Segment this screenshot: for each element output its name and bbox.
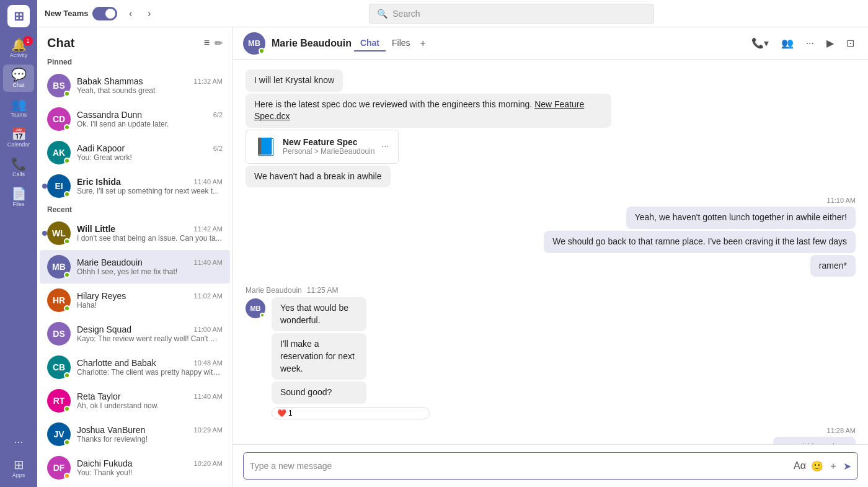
chat-name-will: Will Little bbox=[77, 224, 115, 234]
chat-item-charlotte[interactable]: CB Charlotte and Babak 10:48 AM Charlott… bbox=[40, 351, 230, 384]
status-cassandra bbox=[64, 124, 70, 130]
avatar-daichi: DF bbox=[47, 456, 71, 480]
activity-badge: 1 bbox=[23, 36, 33, 46]
chat-item-reta[interactable]: RT Reta Taylor 11:40 AM Ah, ok I underst… bbox=[40, 384, 230, 418]
avatar-joshua: JV bbox=[47, 422, 71, 446]
filter-icon[interactable]: ≡ bbox=[204, 37, 210, 49]
rail-item-calendar[interactable]: 📅 Calendar bbox=[3, 124, 34, 151]
more-options-button[interactable]: ··· bbox=[802, 34, 818, 53]
msg-bubble-lunch: Yeah, we haven't gotten lunch together i… bbox=[626, 207, 856, 229]
nav-forward[interactable]: › bbox=[141, 5, 158, 22]
rail-label-activity: Activity bbox=[10, 52, 28, 58]
chat-info-marie: Marie Beaudouin 11:40 AM Ohhh I see, yes… bbox=[77, 257, 223, 276]
present-button[interactable]: ▶ bbox=[823, 34, 838, 53]
chat-info-eric: Eric Ishida 11:40 AM Sure, I'll set up s… bbox=[77, 177, 223, 195]
teams-icon: 👥 bbox=[11, 98, 27, 110]
chat-name-aadi: Aadi Kapoor bbox=[77, 143, 125, 153]
msg-bubble-spec-text: Here is the latest spec doc we reviewed … bbox=[246, 94, 611, 128]
msg-bubble-love: I would love that! bbox=[773, 437, 856, 444]
calendar-icon: 📅 bbox=[11, 128, 27, 140]
msg-with-avatar: MB Yes that would be wonderful. I'll mak… bbox=[246, 297, 430, 419]
chat-time-marie: 11:40 AM bbox=[194, 259, 223, 266]
pinned-label: Pinned bbox=[37, 55, 232, 69]
chat-item-marie[interactable]: MB Marie Beaudouin 11:40 AM Ohhh I see, … bbox=[40, 250, 230, 284]
rail-item-files[interactable]: 📄 Files bbox=[3, 184, 34, 211]
avatar-reta: RT bbox=[47, 389, 71, 413]
rail-item-activity[interactable]: 1 🔔 Activity bbox=[3, 35, 34, 62]
rail-item-teams[interactable]: 👥 Teams bbox=[3, 94, 34, 122]
attach-icon[interactable]: ＋ bbox=[828, 460, 838, 473]
popout-button[interactable]: ⊡ bbox=[843, 34, 858, 53]
rail-item-apps[interactable]: ⊞ Apps bbox=[3, 455, 34, 482]
chat-item-daichi[interactable]: DF Daichi Fukuda 10:20 AM You: Thank you… bbox=[40, 451, 230, 485]
msg-group-outgoing-2: 11:28 AM I would love that! 🍜 bbox=[246, 427, 856, 444]
status-aadi bbox=[64, 158, 70, 164]
rail-more[interactable]: ··· bbox=[9, 431, 28, 453]
rail-label-calendar: Calendar bbox=[7, 141, 30, 148]
file-more-icon[interactable]: ··· bbox=[381, 141, 389, 152]
call-button[interactable]: 📞▾ bbox=[748, 34, 773, 53]
search-placeholder: Search bbox=[392, 9, 420, 19]
msg-bubble-ramen-correction: ramen* bbox=[810, 255, 856, 277]
message-input-box[interactable]: Type a new message Aα 🙂 ＋ ➤ bbox=[243, 452, 858, 480]
file-info: New Feature Spec Personal > MarieBeaudou… bbox=[283, 137, 374, 156]
chat-preview-marie: Ohhh I see, yes let me fix that! bbox=[77, 267, 223, 276]
chat-info-joshua: Joshua VanBuren 10:29 AM Thanks for revi… bbox=[77, 425, 223, 444]
chat-item-kadji[interactable]: KB Kadji Bell 10:02 AM You: I like the i… bbox=[40, 485, 230, 487]
chat-preview-joshua: Thanks for reviewing! bbox=[77, 435, 223, 444]
sidebar-title: Chat bbox=[47, 36, 74, 50]
chat-header-actions: 📞▾ 👥 ··· ▶ ⊡ bbox=[748, 34, 858, 53]
tab-add[interactable]: + bbox=[417, 35, 430, 51]
input-area: Type a new message Aα 🙂 ＋ ➤ bbox=[233, 444, 868, 487]
emoji-icon[interactable]: 🙂 bbox=[811, 460, 823, 472]
sidebar-header-icons: ≡ ✏ bbox=[204, 37, 223, 49]
chat-item-eric[interactable]: EI Eric Ishida 11:40 AM Sure, I'll set u… bbox=[40, 169, 230, 203]
status-hilary bbox=[64, 305, 70, 311]
chat-area-header: MB Marie Beaudouin Chat Files + 📞▾ 👥 ···… bbox=[233, 27, 868, 60]
compose-icon[interactable]: ✏ bbox=[215, 37, 223, 49]
avatar-aadi: AK bbox=[47, 141, 71, 164]
header-status-dot bbox=[259, 48, 265, 54]
chat-info-charlotte: Charlotte and Babak 10:48 AM Charlotte: … bbox=[77, 358, 223, 377]
calls-icon: 📞 bbox=[11, 158, 27, 170]
chat-info-hilary: Hilary Reyes 11:02 AM Haha! bbox=[77, 291, 223, 310]
status-marie bbox=[64, 272, 70, 278]
chat-name-design: Design Squad bbox=[77, 324, 131, 334]
send-button[interactable]: ➤ bbox=[843, 460, 851, 472]
chat-item-cassandra[interactable]: CD Cassandra Dunn 6/2 Ok. I'll send an u… bbox=[40, 102, 230, 136]
participants-button[interactable]: 👥 bbox=[777, 34, 797, 53]
nav-back[interactable]: ‹ bbox=[122, 5, 140, 22]
sidebar-header: Chat ≡ ✏ bbox=[37, 27, 232, 55]
format-icon[interactable]: Aα bbox=[794, 460, 806, 471]
chat-preview-hilary: Haha! bbox=[77, 301, 223, 310]
chat-item-joshua[interactable]: JV Joshua VanBuren 10:29 AM Thanks for r… bbox=[40, 418, 230, 451]
chat-time-will: 11:42 AM bbox=[194, 225, 223, 233]
rail-item-chat[interactable]: 💬 Chat bbox=[3, 65, 34, 92]
status-babak bbox=[64, 91, 70, 97]
search-bar[interactable]: 🔍 Search bbox=[369, 4, 654, 24]
chat-time-charlotte: 10:48 AM bbox=[194, 359, 223, 367]
chat-info-aadi: Aadi Kapoor 6/2 You: Great work! bbox=[77, 143, 223, 162]
chat-name-charlotte: Charlotte and Babak bbox=[77, 358, 156, 368]
chat-item-hilary[interactable]: HR Hilary Reyes 11:02 AM Haha! bbox=[40, 284, 230, 317]
chat-item-will[interactable]: WL Will Little 11:42 AM I don't see that… bbox=[40, 217, 230, 250]
tab-files[interactable]: Files bbox=[386, 35, 417, 51]
spec-link[interactable]: New Feature Spec.dcx bbox=[254, 99, 584, 122]
msg-group-incoming-2: Marie Beaudouin 11:25 AM MB Yes that wou… bbox=[246, 286, 856, 419]
chat-preview-daichi: You: Thank you!! bbox=[77, 468, 223, 477]
file-card: 📘 New Feature Spec Personal > MarieBeaud… bbox=[246, 130, 399, 164]
tab-chat[interactable]: Chat bbox=[354, 35, 386, 51]
chat-item-babak[interactable]: BS Babak Shammas 11:32 AM Yeah, that sou… bbox=[40, 69, 230, 102]
reaction-emoji: ❤️ bbox=[277, 409, 286, 418]
unread-dot-eric bbox=[42, 184, 47, 189]
avatar-cassandra: CD bbox=[47, 107, 71, 131]
chat-item-design[interactable]: DS Design Squad 11:00 AM Kayo: The revie… bbox=[40, 317, 230, 351]
chat-item-aadi[interactable]: AK Aadi Kapoor 6/2 You: Great work! bbox=[40, 136, 230, 169]
new-teams-toggle[interactable] bbox=[92, 7, 117, 20]
msg-group-incoming-1: I will let Krystal know Here is the late… bbox=[246, 69, 856, 189]
rail-label-calls: Calls bbox=[12, 171, 25, 177]
rail-item-calls[interactable]: 📞 Calls bbox=[3, 154, 34, 181]
avatar-charlotte: CB bbox=[47, 355, 71, 379]
main-chat: MB Marie Beaudouin Chat Files + 📞▾ 👥 ···… bbox=[233, 27, 868, 487]
avatar-hilary: HR bbox=[47, 288, 71, 312]
